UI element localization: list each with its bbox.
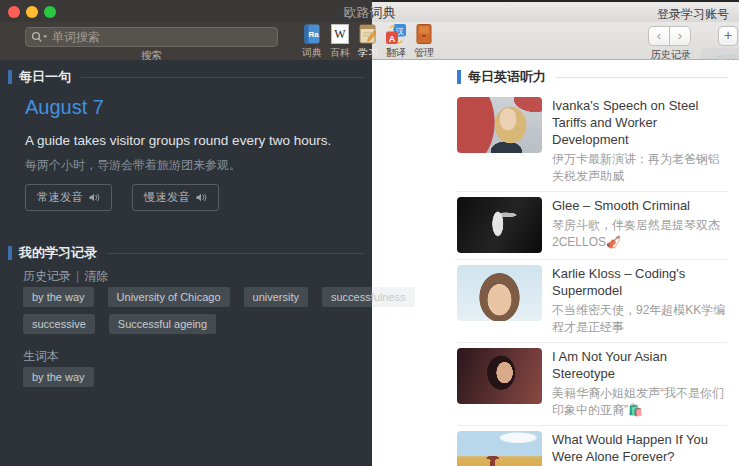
toolbar-item-manage[interactable]: 管理 <box>410 23 438 60</box>
slow-speed-button[interactable]: 慢速发音 <box>132 184 219 211</box>
list-item[interactable]: What Would Happen If You Were Alone Fore… <box>457 426 727 466</box>
item-text: What Would Happen If You Were Alone Fore… <box>552 431 727 466</box>
item-text: Karlie Kloss – Coding's Supermodel 不当维密天… <box>552 265 727 336</box>
wordbook-label: 生词本 <box>23 348 59 365</box>
toolbar-item-study[interactable]: 学习 <box>354 23 382 60</box>
item-title: Glee – Smooth Criminal <box>552 197 727 214</box>
study-record-header: 我的学习记录 <box>8 244 364 262</box>
slow-speed-label: 慢速发音 <box>144 190 190 205</box>
item-title: Karlie Kloss – Coding's Supermodel <box>552 265 727 299</box>
toolbar: 搜索 Ra 词典 W 百科 学习 <box>0 22 739 60</box>
history-tag[interactable]: by the way <box>23 287 94 307</box>
forward-button[interactable]: › <box>669 26 691 46</box>
item-subtitle: 琴房斗歌，伴奏居然是提琴双杰2CELLOS🎻 <box>552 217 727 251</box>
history-record-label: 历史记录 <box>23 269 71 283</box>
svg-text:A: A <box>389 34 396 44</box>
list-item[interactable]: Glee – Smooth Criminal 琴房斗歌，伴奏居然是提琴双杰2CE… <box>457 192 727 260</box>
item-thumbnail <box>457 97 542 153</box>
speaker-icon <box>196 192 207 203</box>
login-account-link[interactable]: 登录学习账号 <box>657 2 729 24</box>
titlebar: 欧路词典 欧路词典 登录学习账号 <box>0 0 739 22</box>
daily-sentence-translation: 每两个小时，导游会带着旅游团来参观。 <box>25 157 241 174</box>
listening-list: Ivanka's Speech on Steel Tariffs and Wor… <box>457 92 727 466</box>
section-accent-bar <box>8 70 12 84</box>
section-title: 每日一句 <box>19 68 71 86</box>
zoom-window-button[interactable] <box>44 6 56 18</box>
toolbar-item-label: 百科 <box>326 46 354 60</box>
study-notepad-icon <box>357 23 379 45</box>
history-tag[interactable]: university <box>244 287 308 307</box>
item-title: What Would Happen If You Were Alone Fore… <box>552 431 727 465</box>
history-tag-list: by the way University of Chicago univers… <box>23 287 463 334</box>
wordbook-tag-list: by the way <box>23 367 463 387</box>
history-tag[interactable]: successive <box>23 314 95 334</box>
history-tag[interactable]: successfulness <box>322 287 415 307</box>
label-divider: | <box>76 269 79 283</box>
item-thumbnail <box>457 348 542 404</box>
item-subtitle: 不当维密天使，92年超模KK学编程才是正经事 <box>552 302 727 336</box>
app-window: 欧路词典 欧路词典 登录学习账号 搜索 Ra 词典 <box>0 0 739 466</box>
listening-header: 每日英语听力 <box>457 68 727 86</box>
minimize-window-button[interactable] <box>26 6 38 18</box>
normal-speed-button[interactable]: 常速发音 <box>25 184 112 211</box>
item-title: I Am Not Your Asian Stereotype <box>552 348 727 382</box>
toolbar-item-label: 管理 <box>410 46 438 60</box>
toolbar-item-label: 词典 <box>298 46 326 60</box>
search-icon <box>31 31 49 43</box>
list-item[interactable]: Ivanka's Speech on Steel Tariffs and Wor… <box>457 92 727 192</box>
history-tag[interactable]: University of Chicago <box>108 287 230 307</box>
search-input[interactable] <box>25 27 278 47</box>
item-text: Glee – Smooth Criminal 琴房斗歌，伴奏居然是提琴双杰2CE… <box>552 197 727 251</box>
section-accent-bar <box>8 246 12 260</box>
item-text: Ivanka's Speech on Steel Tariffs and Wor… <box>552 97 727 185</box>
clear-history-button[interactable]: 清除 <box>84 269 108 283</box>
list-item[interactable]: Karlie Kloss – Coding's Supermodel 不当维密天… <box>457 260 727 343</box>
history-record-row: 历史记录|清除 <box>23 268 108 285</box>
section-title: 每日英语听力 <box>468 68 546 86</box>
speaker-icon <box>89 192 100 203</box>
svg-text:Ra: Ra <box>308 30 319 39</box>
add-tag-button[interactable]: + <box>718 26 738 46</box>
study-panel: 每日一句 August 7 A guide takes visitor grou… <box>0 60 372 466</box>
toolbar-item-dictionary[interactable]: Ra 词典 <box>298 23 326 60</box>
item-subtitle: 美籍华裔小姐姐发声“我不是你们印象中的亚裔”🛍️ <box>552 385 727 419</box>
list-item[interactable]: I Am Not Your Asian Stereotype 美籍华裔小姐姐发声… <box>457 343 727 426</box>
manage-cabinet-icon <box>413 23 435 45</box>
item-thumbnail <box>457 265 542 321</box>
daily-date: August 7 <box>25 96 104 119</box>
translate-icon: 汉 A <box>385 23 407 45</box>
section-title: 我的学习记录 <box>19 244 97 262</box>
section-rule <box>81 77 364 78</box>
item-subtitle: 伊万卡最新演讲：再为老爸钢铝关税发声助威 <box>552 151 727 185</box>
svg-text:W: W <box>334 27 346 41</box>
item-title: Ivanka's Speech on Steel Tariffs and Wor… <box>552 97 727 148</box>
toolbar-item-label: 翻译 <box>382 46 410 60</box>
item-text: I Am Not Your Asian Stereotype 美籍华裔小姐姐发声… <box>552 348 727 419</box>
pronounce-buttons: 常速发音 慢速发音 <box>25 184 219 211</box>
back-button[interactable]: ‹ <box>648 26 670 46</box>
content-area: 每日一句 August 7 A guide takes visitor grou… <box>0 60 739 466</box>
toolbar-item-wiki[interactable]: W 百科 <box>326 23 354 60</box>
search-box <box>25 27 278 47</box>
history-tag[interactable]: Successful ageing <box>109 314 216 334</box>
wordbook-tag[interactable]: by the way <box>23 367 94 387</box>
section-rule <box>107 253 364 254</box>
item-thumbnail <box>457 431 542 466</box>
dictionary-icon: Ra <box>301 23 323 45</box>
toolbar-item-label: 学习 <box>354 46 382 60</box>
toolbar-item-translate[interactable]: 汉 A 翻译 <box>382 23 410 60</box>
daily-listening-panel: 每日英语听力 Ivanka's Speech on Steel Tariffs … <box>457 68 727 466</box>
close-window-button[interactable] <box>8 6 20 18</box>
normal-speed-label: 常速发音 <box>37 190 83 205</box>
item-thumbnail <box>457 197 542 253</box>
wikipedia-icon: W <box>329 23 351 45</box>
daily-sentence-text: A guide takes visitor groups round every… <box>25 133 331 148</box>
section-accent-bar <box>457 70 461 84</box>
daily-sentence-header: 每日一句 <box>8 68 364 86</box>
history-nav-group: ‹ › <box>648 26 691 46</box>
section-rule <box>556 77 727 78</box>
